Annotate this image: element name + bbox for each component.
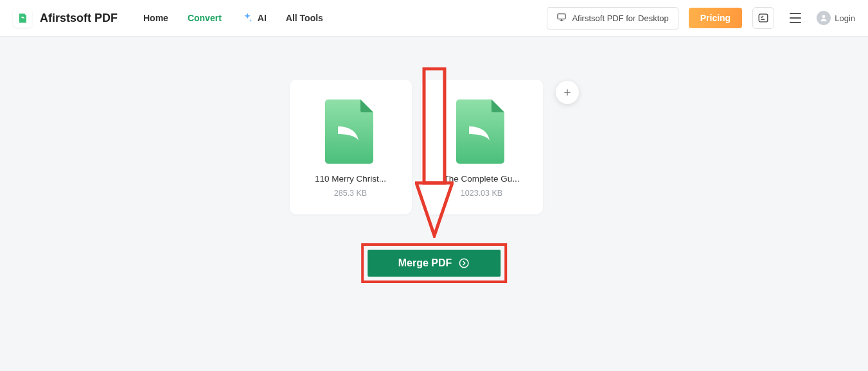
file-card[interactable]: 110 Merry Christ... 285.3 KB	[290, 80, 412, 214]
login-label: Login	[835, 13, 855, 23]
plus-icon	[562, 87, 572, 98]
desktop-app-button[interactable]: Afirstsoft PDF for Desktop	[547, 7, 678, 30]
file-size: 1023.03 KB	[461, 189, 502, 198]
file-name: The Complete Gu...	[430, 174, 534, 184]
svg-point-4	[460, 259, 469, 268]
arrow-circle-right-icon	[458, 257, 470, 269]
header-right-group: Afirstsoft PDF for Desktop Pricing Login	[547, 7, 855, 30]
file-card[interactable]: The Complete Gu... 1023.03 KB	[421, 80, 543, 214]
pdf-file-icon	[453, 99, 511, 164]
avatar-icon	[817, 11, 831, 25]
brand-logo-icon	[13, 8, 32, 28]
monitor-icon	[556, 12, 567, 24]
nav-ai[interactable]: AI	[241, 12, 267, 24]
pdf-file-icon	[322, 99, 380, 164]
sparkle-icon	[241, 12, 254, 24]
merge-highlight-box: Merge PDF	[361, 243, 508, 283]
svg-rect-0	[558, 13, 565, 19]
main-nav: Home Convert AI All Tools	[143, 12, 323, 24]
nav-home[interactable]: Home	[143, 13, 168, 23]
main-content: 110 Merry Christ... 285.3 KB The Complet…	[0, 37, 868, 371]
add-file-button[interactable]	[556, 81, 579, 104]
login-button[interactable]: Login	[817, 11, 855, 25]
svg-rect-1	[759, 14, 768, 22]
app-header: Afirstsoft PDF Home Convert AI All Tools	[0, 0, 868, 37]
menu-button[interactable]	[784, 7, 806, 29]
brand-name: Afirstsoft PDF	[40, 12, 118, 25]
tasks-icon-button[interactable]	[752, 7, 774, 29]
file-name: 110 Merry Christ...	[299, 174, 403, 184]
nav-all-tools[interactable]: All Tools	[286, 13, 323, 23]
merge-pdf-label: Merge PDF	[398, 257, 452, 269]
desktop-app-label: Afirstsoft PDF for Desktop	[572, 13, 668, 23]
nav-ai-label: AI	[258, 13, 267, 23]
brand-logo-group[interactable]: Afirstsoft PDF	[13, 8, 118, 28]
nav-convert[interactable]: Convert	[188, 13, 222, 23]
merge-pdf-button[interactable]: Merge PDF	[368, 250, 501, 277]
svg-point-2	[822, 15, 826, 18]
file-size: 285.3 KB	[334, 189, 367, 198]
checklist-icon	[757, 12, 769, 24]
files-row: 110 Merry Christ... 285.3 KB The Complet…	[290, 80, 579, 214]
pricing-button[interactable]: Pricing	[689, 8, 742, 28]
